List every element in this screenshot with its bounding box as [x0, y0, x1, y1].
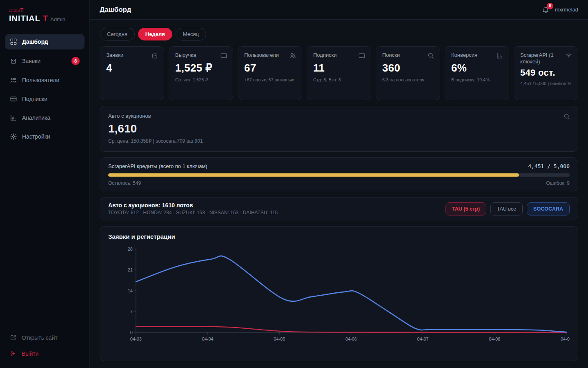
auction-lots-card: Авто с аукционов: 1610 лотов TOYOTA: 612…: [100, 197, 578, 220]
stat-value: 1,525 ₽: [175, 62, 227, 74]
stat-card-1: Выручка1,525 ₽Ср. чек: 1,525 ₽: [169, 46, 233, 100]
top-header: Дашборд 8 mxrmelad: [90, 0, 588, 20]
sidebar-footer-item-1[interactable]: Выйти: [5, 347, 85, 360]
lots-button-tau-5-стр-[interactable]: TAU (5 стр): [445, 202, 486, 215]
y-tick-label: 21: [128, 267, 133, 272]
username: mxrmelad: [555, 7, 578, 13]
filter-pill-2[interactable]: Месяц: [176, 28, 206, 40]
x-tick-label: 04-07: [417, 337, 429, 341]
stat-card-6: ScraperAPI (1 ключей)549 ост.4,451 / 5,0…: [514, 46, 578, 100]
sidebar-item-3[interactable]: Подписки: [5, 91, 85, 107]
lots-title: Авто с аукционов: 1610 лотов: [108, 202, 278, 209]
stat-sub: Ср. чек: 1,525 ₽: [175, 77, 227, 83]
page-title: Дашборд: [100, 6, 131, 14]
stat-label: Заявки: [106, 52, 158, 58]
credits-progress-fill: [108, 173, 519, 177]
scraperapi-credits-card: ScraperAPI кредиты (всего по 1 ключам) 4…: [100, 157, 578, 191]
filter-pill-1[interactable]: Неделя: [138, 28, 172, 40]
main-area: Дашборд 8 mxrmelad СегодняНеделяМесяц За…: [90, 0, 588, 368]
stat-label: Подписки: [313, 52, 365, 58]
logo-row: INITIAL T Admin: [9, 14, 80, 23]
credits-top-row: ScraperAPI кредиты (всего по 1 ключам) 4…: [108, 163, 570, 169]
auction-card-value: 1,610: [108, 122, 570, 135]
auction-card-label: Авто с аукционов: [108, 113, 570, 119]
stat-sub: В подписку: 19.4%: [451, 77, 503, 83]
stat-cards-row: Заявки4Выручка1,525 ₽Ср. чек: 1,525 ₽Пол…: [100, 46, 578, 100]
logo-admin-badge: Admin: [50, 16, 65, 22]
sidebar-item-label: Заявки: [22, 58, 40, 64]
sidebar-item-label: Подписки: [22, 96, 47, 102]
stat-label: Конверсия: [451, 52, 503, 58]
logo-title: INITIAL: [9, 14, 40, 23]
notifications-button[interactable]: 8: [542, 6, 550, 14]
search-icon: [563, 113, 570, 120]
sidebar-item-label: Аналитика: [22, 114, 50, 121]
stat-card-0: Заявки4: [100, 46, 164, 100]
wifi-icon: [565, 52, 572, 59]
logo-t: T: [43, 14, 48, 23]
stat-label: Поиски: [382, 52, 434, 58]
x-tick-label: 04-04: [202, 337, 214, 341]
chart-series-blue-line: [136, 256, 566, 332]
sidebar-item-4[interactable]: Аналитика: [5, 110, 85, 126]
sidebar-badge: 8: [71, 57, 80, 65]
stat-card-2: Пользователи67+67 новых, 57 активных: [238, 46, 302, 100]
stat-sub: Стд: 8, Бзн: 3: [313, 77, 365, 83]
content: СегодняНеделяМесяц Заявки4Выручка1,525 ₽…: [90, 20, 588, 368]
header-right: 8 mxrmelad: [542, 6, 578, 14]
bag-icon: [151, 52, 158, 59]
users-icon: [289, 52, 296, 59]
lots-button-sococara[interactable]: SOCOCARA: [527, 202, 570, 215]
stat-value: 360: [382, 62, 434, 74]
sidebar-footer: Открыть сайтВыйти: [0, 331, 89, 368]
stat-value: 549 ост.: [520, 67, 572, 78]
lots-button-tau-все[interactable]: TAU все: [490, 202, 523, 215]
chart-title: Заявки и регистрации: [108, 233, 570, 240]
notification-badge: 8: [547, 3, 553, 9]
external-link-icon: [10, 334, 17, 341]
credits-ratio: 4,451 / 5,000: [528, 163, 570, 169]
lots-text-block: Авто с аукционов: 1610 лотов TOYOTA: 612…: [108, 202, 278, 215]
credits-bottom-row: Осталось: 549 Ошибок: 9: [108, 180, 570, 186]
stat-sub: 6.3 на пользователя: [382, 77, 434, 83]
credits-progress-track: [108, 173, 570, 177]
sidebar-item-1[interactable]: Заявки8: [5, 53, 85, 69]
x-tick-label: 04-05: [274, 337, 285, 341]
y-tick-label: 0: [130, 330, 133, 335]
x-tick-label: 04-08: [489, 337, 500, 341]
stat-label: Пользователи: [244, 52, 296, 58]
stat-label: ScraperAPI (1 ключей): [520, 52, 572, 65]
line-chart: 0714212804-0304-0404-0504-0604-0704-0804…: [108, 243, 570, 350]
y-tick-label: 7: [130, 309, 133, 314]
logo: □□□Т INITIAL T Admin: [0, 0, 89, 34]
auction-card-sub: Ср. цена: 150,858₽ | sococara:709 tau:90…: [108, 138, 570, 144]
stat-card-5: Конверсия6%В подписку: 19.4%: [445, 46, 509, 100]
stat-value: 67: [244, 62, 296, 74]
app-root: □□□Т INITIAL T Admin ДашбордЗаявки8Польз…: [0, 0, 588, 368]
sidebar-footer-item-0[interactable]: Открыть сайт: [5, 331, 85, 344]
lots-button-group: TAU (5 стр)TAU всеSOCOCARA: [445, 202, 570, 215]
bag-icon: [10, 57, 17, 65]
time-filter-group: СегодняНеделяМесяц: [100, 28, 578, 40]
credits-errors: Ошибок: 9: [546, 180, 570, 186]
sidebar: □□□Т INITIAL T Admin ДашбордЗаявки8Польз…: [0, 0, 90, 368]
sidebar-item-5[interactable]: Настройки: [5, 129, 85, 144]
y-tick-label: 28: [128, 247, 133, 251]
card-icon: [220, 52, 227, 59]
stat-value: 11: [313, 62, 365, 74]
stat-value: 6%: [451, 62, 503, 74]
stat-card-4: Поиски3606.3 на пользователя: [376, 46, 440, 100]
sidebar-item-2[interactable]: Пользователи: [5, 72, 85, 88]
x-tick-label: 04-06: [345, 337, 357, 341]
search-icon[interactable]: [563, 113, 570, 122]
x-tick-label: 04-09: [561, 337, 570, 341]
sidebar-item-0[interactable]: Дашборд: [5, 34, 85, 49]
chart-card: Заявки и регистрации 0714212804-0304-040…: [100, 226, 578, 361]
filter-pill-0[interactable]: Сегодня: [100, 28, 135, 40]
logout-icon: [10, 350, 17, 357]
logo-pixel-text: □□□Т: [9, 7, 80, 13]
card-icon: [10, 95, 17, 103]
users-icon: [10, 76, 17, 84]
chart-icon: [10, 114, 17, 121]
stat-card-3: Подписки11Стд: 8, Бзн: 3: [307, 46, 371, 100]
